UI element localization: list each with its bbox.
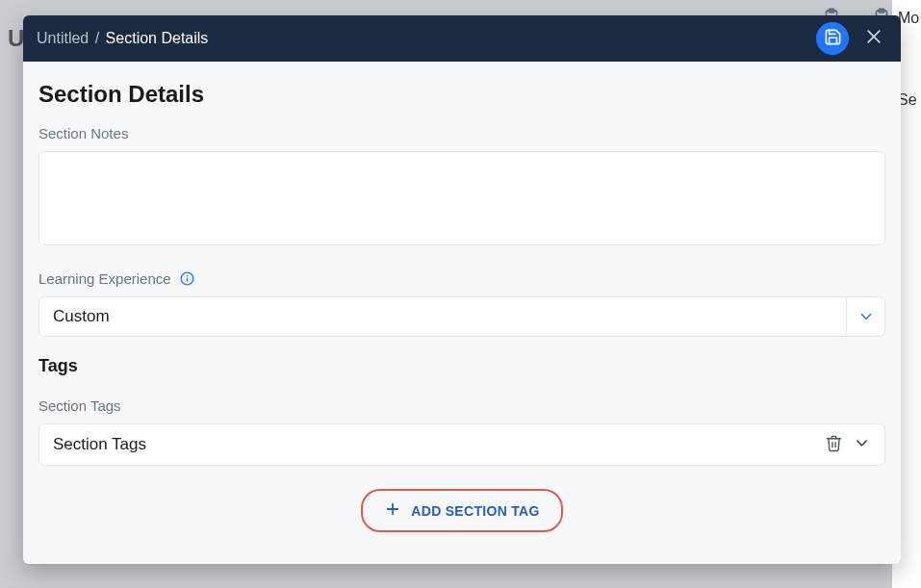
- section-notes-label: Section Notes: [38, 125, 885, 141]
- bg-truncated-text: U: [8, 25, 24, 52]
- tags-heading: Tags: [38, 356, 885, 376]
- save-button[interactable]: [816, 22, 849, 55]
- learning-experience-value: Custom: [53, 307, 846, 326]
- add-section-tag-button[interactable]: ADD SECTION TAG: [361, 489, 562, 532]
- modal-body: Section Details Section Notes Learning E…: [23, 62, 901, 551]
- save-icon: [824, 28, 842, 50]
- breadcrumb-root[interactable]: Untitled: [37, 30, 89, 46]
- learning-experience-select[interactable]: Custom: [38, 296, 885, 337]
- close-icon: [864, 27, 883, 50]
- section-tags-label: Section Tags: [38, 397, 885, 414]
- delete-tag-button[interactable]: [825, 434, 843, 456]
- bg-truncated-text: Mo: [898, 10, 919, 27]
- chevron-down-icon: [846, 297, 884, 336]
- section-tag-input[interactable]: Section Tags: [53, 435, 825, 454]
- trash-icon: [825, 434, 843, 456]
- learning-experience-label-text: Learning Experience: [38, 270, 171, 287]
- chevron-down-icon: [853, 434, 871, 456]
- plus-icon: [384, 500, 401, 521]
- section-notes-input[interactable]: [38, 151, 885, 245]
- learning-experience-label: Learning Experience: [38, 270, 885, 287]
- close-button[interactable]: [860, 25, 887, 52]
- svg-point-8: [186, 275, 188, 277]
- section-tag-row: Section Tags: [38, 423, 885, 466]
- info-icon[interactable]: [179, 270, 195, 287]
- breadcrumb-separator: /: [95, 30, 99, 46]
- expand-tag-button[interactable]: [853, 434, 871, 456]
- page-title: Section Details: [38, 81, 885, 108]
- section-details-modal: Untitled / Section Details Section Detai…: [23, 15, 901, 564]
- modal-header: Untitled / Section Details: [23, 15, 901, 62]
- add-section-tag-label: ADD SECTION TAG: [411, 503, 539, 519]
- breadcrumb-current: Section Details: [106, 30, 209, 46]
- breadcrumb: Untitled / Section Details: [37, 30, 816, 47]
